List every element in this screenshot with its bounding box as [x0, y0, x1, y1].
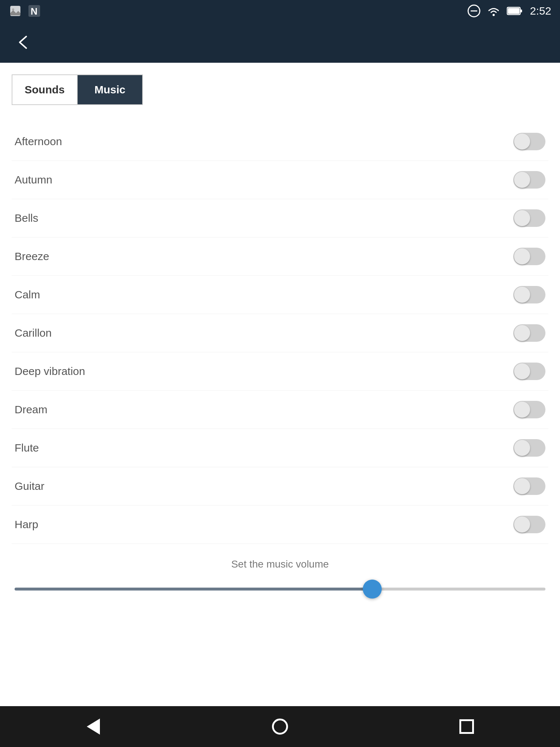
- status-bar: N 2:52: [0, 0, 560, 22]
- volume-label: Set the music volume: [15, 558, 545, 570]
- sound-item-breeze: Breeze: [12, 237, 548, 276]
- toggle-harp[interactable]: [513, 516, 545, 533]
- main-content: Sounds Music Afternoon Autumn Bells Bree…: [0, 63, 560, 706]
- status-time: 2:52: [530, 5, 551, 17]
- sound-item-afternoon: Afternoon: [12, 123, 548, 161]
- sound-label-dream: Dream: [15, 403, 47, 416]
- bottom-nav: [0, 706, 560, 747]
- sound-label-deep-vibration: Deep vibration: [15, 365, 85, 378]
- sound-item-autumn: Autumn: [12, 161, 548, 199]
- sound-item-dream: Dream: [12, 391, 548, 429]
- recent-nav-icon: [459, 719, 474, 734]
- sound-item-calm: Calm: [12, 276, 548, 314]
- tab-sounds[interactable]: Sounds: [12, 75, 78, 104]
- svg-rect-8: [508, 8, 520, 14]
- sound-item-guitar: Guitar: [12, 467, 548, 506]
- tab-music[interactable]: Music: [78, 75, 142, 104]
- toggle-guitar[interactable]: [513, 477, 545, 495]
- sound-item-deep-vibration: Deep vibration: [12, 352, 548, 391]
- toggle-calm[interactable]: [513, 286, 545, 303]
- toggle-dream[interactable]: [513, 401, 545, 418]
- wifi-icon: [486, 5, 501, 17]
- svg-point-6: [493, 14, 495, 16]
- toggle-afternoon[interactable]: [513, 133, 545, 150]
- tab-bar: Sounds Music: [12, 74, 143, 105]
- svg-text:N: N: [31, 6, 38, 17]
- toggle-flute[interactable]: [513, 439, 545, 457]
- sound-label-flute: Flute: [15, 442, 39, 454]
- sound-label-harp: Harp: [15, 518, 38, 531]
- app-icon-n: N: [28, 4, 41, 18]
- sound-label-carillon: Carillon: [15, 327, 52, 339]
- sound-item-harp: Harp: [12, 506, 548, 544]
- sound-label-bells: Bells: [15, 212, 38, 224]
- toggle-autumn[interactable]: [513, 171, 545, 189]
- sound-label-guitar: Guitar: [15, 480, 44, 492]
- status-bar-right: 2:52: [467, 4, 551, 18]
- sound-label-calm: Calm: [15, 289, 40, 301]
- back-button[interactable]: [12, 31, 35, 54]
- do-not-disturb-icon: [467, 4, 481, 18]
- toggle-deep-vibration[interactable]: [513, 363, 545, 380]
- sound-list: Afternoon Autumn Bells Breeze Calm Caril…: [12, 123, 548, 544]
- back-nav-icon: [87, 719, 100, 735]
- volume-slider[interactable]: [15, 588, 545, 591]
- sound-label-autumn: Autumn: [15, 174, 52, 186]
- toggle-breeze[interactable]: [513, 248, 545, 265]
- sound-label-afternoon: Afternoon: [15, 135, 62, 148]
- nav-recent-button[interactable]: [452, 712, 481, 741]
- nav-back-button[interactable]: [79, 712, 108, 741]
- slider-container: [15, 580, 545, 598]
- toggle-bells[interactable]: [513, 209, 545, 227]
- sound-item-flute: Flute: [12, 429, 548, 467]
- sound-label-breeze: Breeze: [15, 250, 49, 263]
- home-nav-icon: [272, 719, 288, 735]
- nav-bar: [0, 22, 560, 63]
- battery-icon: [507, 6, 523, 16]
- nav-home-button[interactable]: [265, 712, 295, 741]
- app-icon-gallery: [9, 4, 22, 18]
- toggle-carillon[interactable]: [513, 324, 545, 342]
- volume-section: Set the music volume: [12, 558, 548, 598]
- status-bar-left: N: [9, 4, 41, 18]
- sound-item-bells: Bells: [12, 199, 548, 237]
- sound-item-carillon: Carillon: [12, 314, 548, 352]
- svg-rect-9: [520, 9, 522, 12]
